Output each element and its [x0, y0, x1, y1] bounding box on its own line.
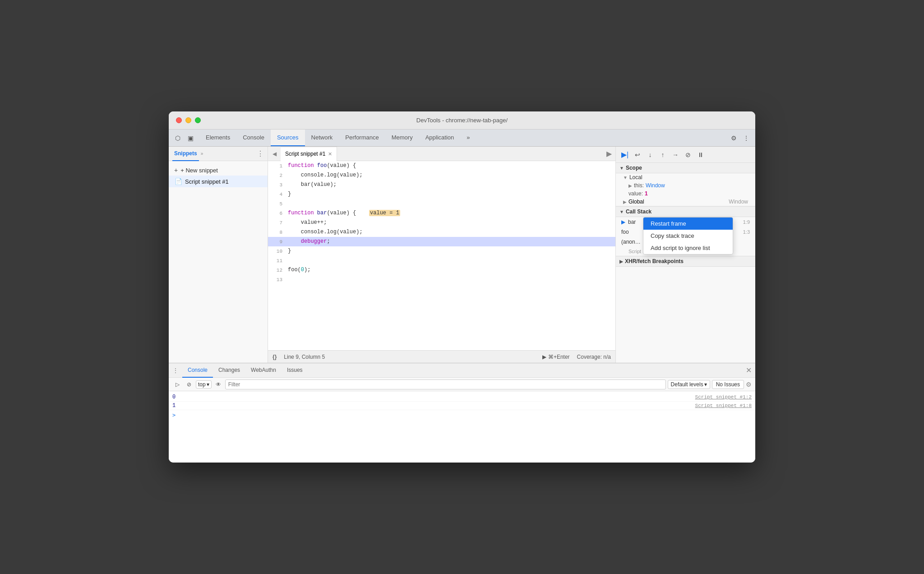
restart-frame-menu-item[interactable]: Restart frame	[643, 218, 733, 230]
log-value-1: 1	[172, 403, 181, 409]
editor-active-tab[interactable]: Script snippet #1 ✕	[281, 147, 337, 161]
block-network-button[interactable]: ⊘	[184, 380, 194, 389]
new-snippet-button[interactable]: + + New snippet	[169, 165, 268, 176]
step-over-button[interactable]: ↩	[632, 149, 643, 160]
no-issues-button[interactable]: No Issues	[712, 380, 744, 389]
format-button[interactable]: {}	[273, 354, 277, 360]
this-label: this:	[634, 182, 644, 189]
editor-tabs: ◀ Script snippet #1 ✕ ▶	[268, 147, 615, 161]
more-icon[interactable]: ⋮	[741, 133, 752, 144]
window-title: DevTools - chrome://new-tab-page/	[416, 117, 508, 124]
context-selector[interactable]: top ▾	[196, 380, 212, 389]
log-source-0[interactable]: Script snippet #1:2	[695, 394, 752, 400]
eye-icon[interactable]: 👁	[213, 380, 223, 389]
titlebar: DevTools - chrome://new-tab-page/	[169, 111, 755, 130]
log-value-0: 0	[172, 394, 181, 400]
call-stack-header[interactable]: ▼ Call Stack	[616, 207, 755, 217]
tab-more[interactable]: »	[460, 130, 476, 146]
editor-area: ◀ Script snippet #1 ✕ ▶ 1 function foo(v…	[268, 147, 615, 363]
console-output: 0 Script snippet #1:2 1 Script snippet #…	[169, 391, 755, 463]
deactivate-breakpoints[interactable]: ⊘	[683, 149, 693, 160]
frame-foo-name: foo	[621, 229, 629, 235]
tab-console[interactable]: Console	[236, 130, 271, 146]
active-frame-arrow: ▶	[621, 219, 625, 225]
plus-icon: +	[174, 167, 178, 174]
tab-sources[interactable]: Sources	[271, 130, 305, 146]
log-levels-button[interactable]: Default levels ▾	[668, 380, 710, 389]
context-selector-arrow: ▾	[207, 381, 209, 388]
console-tabs: ⋮ Console Changes WebAuthn Issues ✕	[169, 363, 755, 378]
add-to-ignore-list-menu-item[interactable]: Add script to ignore list	[643, 242, 733, 254]
value-val: 1	[645, 190, 648, 197]
code-line-9: 9 debugger;	[268, 237, 615, 246]
tab-icon-group: ⬡ ▣	[172, 130, 199, 146]
code-line-11: 11	[268, 256, 615, 265]
call-stack-label: Call Stack	[626, 208, 651, 215]
editor-tab-close[interactable]: ✕	[328, 151, 332, 157]
resume-button[interactable]: ▶|	[619, 149, 630, 160]
xhr-breakpoints-header[interactable]: ▶ XHR/fetch Breakpoints	[616, 256, 755, 267]
script-file-label: Script snippet #1	[185, 178, 229, 185]
log-source-1[interactable]: Script snippet #1:8	[695, 403, 752, 408]
console-prompt[interactable]: >	[169, 410, 755, 420]
pause-on-exceptions[interactable]: ⏸	[695, 149, 706, 160]
scope-section: ▼ Scope ▼ Local ▶ this: Window value:	[616, 163, 755, 207]
tab-performance[interactable]: Performance	[339, 130, 385, 146]
code-line-8: 8 console.log(value);	[268, 227, 615, 237]
console-close-button[interactable]: ✕	[746, 366, 752, 375]
console-tab-console[interactable]: Console	[182, 363, 213, 378]
clear-console-button[interactable]: ▷	[172, 380, 182, 389]
call-stack-section: ▼ Call Stack ▶ bar 1:9 Restart frame Cop…	[616, 207, 755, 256]
scope-header[interactable]: ▼ Scope	[616, 163, 755, 173]
console-settings-icon[interactable]: ⚙	[746, 381, 752, 388]
settings-icon[interactable]: ⚙	[728, 133, 739, 144]
devtools-body: Snippets » ⋮ + + New snippet 📄 Script sn…	[169, 147, 755, 363]
context-menu-popup: Restart frame Copy stack trace Add scrip…	[643, 217, 733, 255]
code-line-12: 12 foo(0);	[268, 265, 615, 275]
script-file-item[interactable]: 📄 Script snippet #1	[169, 176, 268, 187]
value-label: value:	[628, 190, 643, 197]
scope-this: ▶ this: Window	[616, 181, 755, 190]
code-line-4: 4 }	[268, 190, 615, 199]
step-into-button[interactable]: ↓	[645, 149, 656, 160]
tab-application[interactable]: Application	[419, 130, 461, 146]
sidebar-more[interactable]: »	[201, 151, 203, 156]
console-tab-changes[interactable]: Changes	[213, 363, 245, 378]
nav-right-icons: ⚙ ⋮	[725, 130, 755, 146]
log-levels-arrow: ▾	[704, 381, 707, 388]
console-menu-icon[interactable]: ⋮	[172, 367, 179, 374]
sidebar-menu[interactable]: ⋮	[257, 149, 264, 158]
cursor-icon[interactable]: ⬡	[172, 133, 183, 144]
run-snippet-button[interactable]: ▶ ⌘+Enter	[542, 354, 570, 360]
context-selector-value: top	[198, 381, 206, 388]
code-line-3: 3 bar(value);	[268, 180, 615, 190]
console-area: ⋮ Console Changes WebAuthn Issues ✕ ▷ ⊘ …	[169, 363, 755, 463]
step-button[interactable]: →	[670, 149, 681, 160]
global-value: Window	[729, 199, 748, 205]
tab-memory[interactable]: Memory	[385, 130, 419, 146]
copy-stack-trace-menu-item[interactable]: Copy stack trace	[643, 230, 733, 242]
tab-network[interactable]: Network	[305, 130, 339, 146]
code-editor[interactable]: 1 function foo(value) { 2 console.log(va…	[268, 161, 615, 350]
new-snippet-label: + New snippet	[180, 167, 218, 174]
this-value: Window	[646, 182, 665, 189]
scope-arrow: ▼	[619, 166, 624, 171]
global-label: Global	[628, 199, 644, 205]
minimize-button[interactable]	[185, 117, 191, 123]
console-tab-issues[interactable]: Issues	[282, 363, 308, 378]
status-coverage: Coverage: n/a	[577, 354, 611, 360]
editor-nav-back[interactable]: ◀	[268, 148, 281, 160]
tab-elements[interactable]: Elements	[199, 130, 236, 146]
editor-nav-right[interactable]: ▶	[603, 148, 615, 160]
maximize-button[interactable]	[195, 117, 201, 123]
code-line-7: 7 value++;	[268, 218, 615, 227]
console-tab-webauthn[interactable]: WebAuthn	[245, 363, 282, 378]
sidebar-tab-snippets[interactable]: Snippets	[172, 147, 199, 161]
step-out-button[interactable]: ↑	[657, 149, 668, 160]
device-icon[interactable]: ▣	[185, 133, 196, 144]
console-filter-input[interactable]	[225, 380, 666, 389]
traffic-lights	[176, 117, 201, 123]
call-stack-arrow: ▼	[619, 209, 624, 214]
close-button[interactable]	[176, 117, 182, 123]
xhr-breakpoints-label: XHR/fetch Breakpoints	[625, 258, 684, 264]
